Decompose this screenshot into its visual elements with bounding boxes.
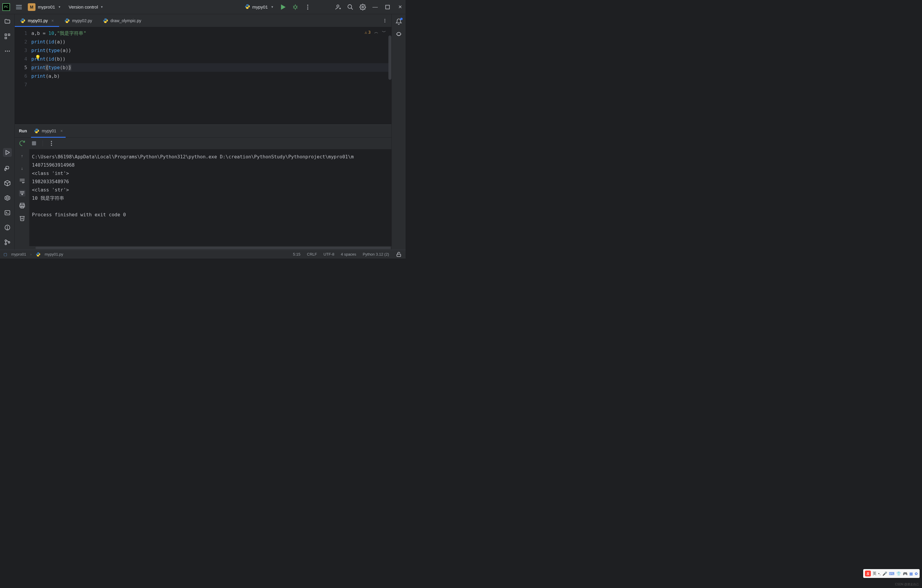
run-config-name: mypy01 <box>252 5 268 10</box>
vcs-label: Version control <box>69 5 98 10</box>
project-badge: M <box>28 3 36 11</box>
svg-point-39 <box>5 243 7 245</box>
run-config-selector[interactable]: mypy01 ▼ <box>245 4 274 10</box>
svg-rect-19 <box>386 5 390 9</box>
titlebar: PC M mypro01 ▼ Version control ▼ mypy01 … <box>0 0 405 14</box>
code-editor[interactable]: 1234567 💡 a,b = 10,"我是字符串"print(id(a))pr… <box>15 27 391 124</box>
breadcrumb-root[interactable]: mypro01 <box>11 252 26 256</box>
highlight-up-icon[interactable]: ︿ <box>374 29 378 35</box>
project-selector[interactable]: M mypro01 ▼ <box>28 3 61 11</box>
svg-point-51 <box>37 132 38 133</box>
vcs-tool-icon[interactable] <box>4 239 11 245</box>
interpreter[interactable]: Python 3.12 (2) <box>363 252 389 256</box>
search-icon[interactable] <box>347 4 353 10</box>
app-icon: PC <box>2 3 10 11</box>
svg-point-0 <box>246 5 247 5</box>
svg-rect-63 <box>397 254 401 256</box>
chevron-down-icon: ▼ <box>271 5 274 8</box>
intention-bulb-icon[interactable]: 💡 <box>35 55 41 60</box>
run-tool-icon[interactable] <box>3 148 12 157</box>
trash-icon[interactable] <box>19 215 25 221</box>
packages-tool-icon[interactable] <box>4 180 11 186</box>
menu-icon[interactable] <box>16 4 22 10</box>
cursor-position[interactable]: 5:15 <box>293 252 300 256</box>
more-actions-icon[interactable] <box>304 4 311 10</box>
breadcrumb-sep: › <box>31 252 32 256</box>
line-separator[interactable]: CRLF <box>307 252 317 256</box>
run-console: ↑ ↓ C:\Users\86198\AppData\Local\Program… <box>15 149 391 247</box>
left-toolbar <box>0 14 15 250</box>
svg-rect-20 <box>5 34 7 36</box>
code-line[interactable]: print(a,b) <box>31 72 391 80</box>
ai-assistant-icon[interactable] <box>396 31 402 37</box>
close-icon[interactable]: × <box>60 129 63 133</box>
svg-marker-31 <box>5 196 10 201</box>
scroll-up-icon[interactable]: ↑ <box>19 153 25 159</box>
vcs-selector[interactable]: Version control ▼ <box>69 5 103 10</box>
svg-rect-22 <box>5 37 7 39</box>
editor-tab[interactable]: mypy01.py× <box>15 14 59 27</box>
python-icon <box>245 4 250 10</box>
svg-marker-32 <box>6 197 8 199</box>
structure-tool-icon[interactable] <box>4 33 11 39</box>
services-tool-icon[interactable] <box>4 195 11 201</box>
code-line[interactable]: print(id(a)) <box>31 38 391 46</box>
project-tool-icon[interactable] <box>4 18 11 25</box>
more-tool-icon[interactable] <box>4 48 11 54</box>
code-line[interactable]: a,b = 10,"我是字符串" <box>31 29 391 38</box>
warning-icon: ⚠ <box>365 30 367 34</box>
code-line[interactable]: print(type(b)) <box>31 63 391 72</box>
run-toolbar <box>15 137 391 149</box>
python-icon <box>36 252 41 257</box>
soft-wrap-icon[interactable] <box>19 178 25 184</box>
breadcrumb-file[interactable]: mypy01.py <box>45 252 63 256</box>
svg-point-46 <box>106 22 106 22</box>
rerun-icon[interactable] <box>19 140 25 147</box>
scroll-down-icon[interactable]: ↓ <box>19 165 25 172</box>
code-line[interactable] <box>31 80 391 89</box>
run-more-icon[interactable] <box>48 140 55 147</box>
svg-point-54 <box>51 145 52 146</box>
stop-icon[interactable] <box>31 140 37 147</box>
debug-button[interactable] <box>292 4 299 10</box>
editor-tab[interactable]: draw_olympic.py <box>98 14 147 27</box>
indent-setting[interactable]: 4 spaces <box>341 252 356 256</box>
breadcrumb-root-icon: ▢ <box>3 252 7 256</box>
code-line[interactable]: print(type(a)) <box>31 46 391 55</box>
svg-point-38 <box>5 240 7 242</box>
chevron-down-icon: ▼ <box>58 5 61 8</box>
svg-point-42 <box>23 22 24 22</box>
svg-point-13 <box>337 5 339 7</box>
console-h-scrollbar[interactable] <box>15 246 391 250</box>
svg-point-37 <box>7 229 8 229</box>
settings-icon[interactable] <box>360 4 366 10</box>
notifications-icon[interactable] <box>396 18 402 25</box>
inspections-widget[interactable]: ⚠3 ︿ ﹀ <box>365 29 386 35</box>
tabs-more-icon[interactable] <box>378 14 391 27</box>
code-with-me-icon[interactable] <box>335 4 341 10</box>
python-console-tool-icon[interactable] <box>4 165 11 172</box>
svg-line-8 <box>297 7 298 8</box>
python-icon <box>34 128 39 134</box>
run-title: Run <box>19 129 27 133</box>
lock-icon[interactable] <box>396 251 402 258</box>
file-encoding[interactable]: UTF-8 <box>324 252 334 256</box>
run-button[interactable] <box>280 4 286 10</box>
close-icon[interactable]: ✕ <box>397 4 403 10</box>
editor-tab[interactable]: mypy02.py <box>59 14 98 27</box>
editor-scrollbar[interactable] <box>388 36 391 80</box>
run-tab[interactable]: mypy01 × <box>32 126 64 136</box>
close-icon[interactable]: × <box>51 18 54 23</box>
terminal-tool-icon[interactable] <box>4 209 11 216</box>
maximize-icon[interactable] <box>384 4 391 10</box>
highlight-down-icon[interactable]: ﹀ <box>382 29 386 35</box>
problems-tool-icon[interactable] <box>4 224 11 231</box>
minimize-icon[interactable]: — <box>372 4 378 10</box>
scroll-to-end-icon[interactable] <box>19 190 25 196</box>
console-output[interactable]: C:\Users\86198\AppData\Local\Programs\Py… <box>29 149 391 247</box>
svg-point-12 <box>307 8 308 10</box>
print-icon[interactable] <box>19 203 25 209</box>
code-line[interactable]: print(id(b)) <box>31 55 391 63</box>
svg-line-7 <box>293 7 294 8</box>
svg-marker-26 <box>6 150 10 155</box>
